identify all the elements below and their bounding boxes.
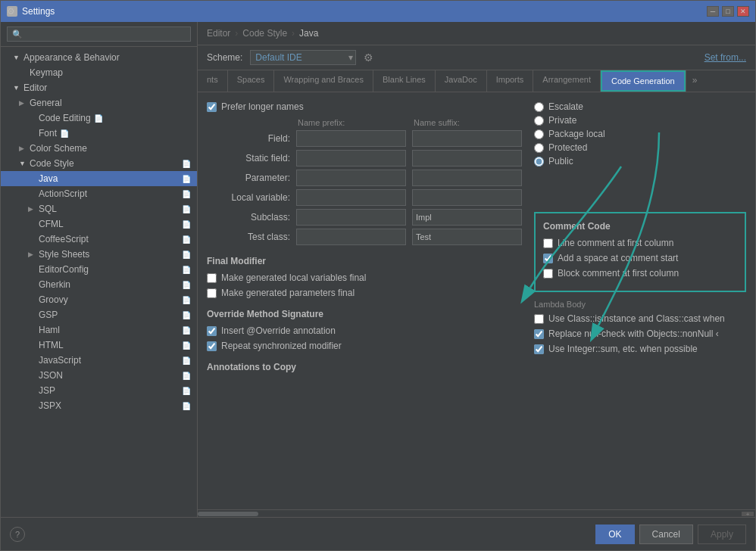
sidebar-item-gherkin[interactable]: Gherkin 📄 xyxy=(1,277,197,292)
use-class-isinstance-checkbox[interactable] xyxy=(534,314,544,324)
sidebar-item-html[interactable]: HTML 📄 xyxy=(1,338,197,353)
add-space-comment-row: Add a space at comment start xyxy=(543,253,737,263)
tab-javadoc[interactable]: JavaDoc xyxy=(436,70,487,92)
sidebar-item-editor[interactable]: ▼ Editor xyxy=(1,80,197,95)
sidebar-item-font[interactable]: Font 📄 xyxy=(1,126,197,141)
public-radio[interactable] xyxy=(534,157,544,167)
tab-imports[interactable]: Imports xyxy=(487,70,534,92)
sidebar-item-groovy[interactable]: Groovy 📄 xyxy=(1,292,197,307)
sidebar-item-style-sheets[interactable]: ▶ Style Sheets 📄 xyxy=(1,247,197,262)
use-integer-sum-checkbox[interactable] xyxy=(534,344,544,354)
protected-radio[interactable] xyxy=(534,143,544,153)
ok-button[interactable]: OK xyxy=(595,525,634,544)
sidebar-item-java[interactable]: Java 📄 xyxy=(1,171,197,186)
add-space-comment-checkbox[interactable] xyxy=(543,254,553,263)
prefer-longer-names-checkbox[interactable] xyxy=(207,102,217,112)
sidebar-item-color-scheme[interactable]: ▶ Color Scheme xyxy=(1,141,197,156)
arrow-icon: ▼ xyxy=(19,160,27,167)
tab-blank-lines[interactable]: Blank Lines xyxy=(373,70,436,92)
sidebar-item-editorconfig[interactable]: EditorConfig 📄 xyxy=(1,262,197,277)
tab-wrapping[interactable]: Wrapping and Braces xyxy=(274,70,373,92)
sidebar-item-json[interactable]: JSON 📄 xyxy=(1,368,197,383)
make-params-final-row: Make generated parameters final xyxy=(207,288,522,298)
sidebar-item-keymap[interactable]: Keymap xyxy=(1,65,197,80)
local-variable-suffix-input[interactable] xyxy=(412,189,522,206)
sidebar-item-gsp[interactable]: GSP 📄 xyxy=(1,307,197,322)
set-from-link[interactable]: Set from... xyxy=(704,52,746,63)
file-icon: 📄 xyxy=(182,341,191,350)
right-panel: Editor › Code Style › Java Scheme: Defau… xyxy=(198,22,755,517)
minimize-button[interactable]: ─ xyxy=(707,6,719,17)
static-field-suffix-input[interactable] xyxy=(412,150,522,167)
sidebar-item-label: CFML xyxy=(39,219,64,229)
sidebar-item-label: Appearance & Behavior xyxy=(23,52,120,63)
test-class-suffix-input[interactable] xyxy=(412,229,522,245)
field-prefix-input[interactable] xyxy=(296,130,406,147)
test-class-prefix-input[interactable] xyxy=(296,229,406,245)
field-label: Field: xyxy=(207,133,290,144)
sidebar-item-cfml[interactable]: CFML 📄 xyxy=(1,216,197,232)
repeat-synchronized-checkbox[interactable] xyxy=(207,341,217,351)
sidebar-item-label: CoffeeScript xyxy=(39,234,89,244)
scroll-right-button[interactable]: + xyxy=(742,512,754,516)
sidebar-item-jspx[interactable]: JSPX 📄 xyxy=(1,398,197,413)
sidebar-item-label: SQL xyxy=(39,204,57,214)
breadcrumb-java: Java xyxy=(299,28,318,39)
public-label: Public xyxy=(548,156,573,167)
tab-code-generation[interactable]: Code Generation xyxy=(601,70,686,92)
window-controls: ─ □ ✕ xyxy=(707,6,749,17)
make-params-final-checkbox[interactable] xyxy=(207,288,217,298)
private-radio[interactable] xyxy=(534,116,544,126)
scheme-gear-icon[interactable]: ⚙ xyxy=(364,51,373,64)
file-icon: 📄 xyxy=(182,387,191,395)
subclass-prefix-input[interactable] xyxy=(296,209,406,226)
insert-override-checkbox[interactable] xyxy=(207,326,217,336)
sidebar-item-coffeescript[interactable]: CoffeeScript 📄 xyxy=(1,232,197,247)
replace-null-check-checkbox[interactable] xyxy=(534,329,544,339)
apply-button[interactable]: Apply xyxy=(698,525,746,544)
sidebar-item-label: Groovy xyxy=(39,294,68,305)
file-icon: 📄 xyxy=(182,160,191,168)
block-comment-first-col-checkbox[interactable] xyxy=(543,269,553,279)
protected-label: Protected xyxy=(548,142,587,153)
static-field-prefix-input[interactable] xyxy=(296,150,406,167)
file-icon: 📄 xyxy=(182,175,191,183)
line-comment-first-col-checkbox[interactable] xyxy=(543,238,553,248)
sidebar-item-label: Haml xyxy=(39,325,60,335)
sidebar-item-general[interactable]: ▶ General xyxy=(1,95,197,111)
parameter-suffix-input[interactable] xyxy=(412,170,522,186)
sidebar-item-jsp[interactable]: JSP 📄 xyxy=(1,383,197,398)
tab-nts[interactable]: nts xyxy=(198,70,228,92)
package-local-radio[interactable] xyxy=(534,129,544,139)
maximize-button[interactable]: □ xyxy=(722,6,734,17)
sidebar-item-code-editing[interactable]: Code Editing 📄 xyxy=(1,111,197,126)
tab-spaces[interactable]: Spaces xyxy=(228,70,275,92)
scheme-select[interactable]: Default IDE xyxy=(250,50,356,65)
subclass-suffix-input[interactable] xyxy=(412,209,522,226)
sidebar-item-code-style[interactable]: ▼ Code Style 📄 xyxy=(1,156,197,171)
sidebar-item-haml[interactable]: Haml 📄 xyxy=(1,322,197,338)
field-suffix-input[interactable] xyxy=(412,130,522,147)
sidebar-item-javascript[interactable]: JavaScript 📄 xyxy=(1,353,197,368)
file-icon: 📄 xyxy=(182,372,191,380)
sidebar-item-appearance[interactable]: ▼ Appearance & Behavior xyxy=(1,50,197,65)
sidebar-item-label: Code Style xyxy=(30,158,74,169)
sidebar-item-actionscript[interactable]: ActionScript 📄 xyxy=(1,186,197,201)
sidebar-item-label: Keymap xyxy=(30,67,63,78)
sidebar: ▼ Appearance & Behavior Keymap ▼ Editor … xyxy=(1,22,198,517)
search-input[interactable] xyxy=(7,26,191,42)
tab-arrangement[interactable]: Arrangement xyxy=(533,70,601,92)
tabs-more-button[interactable]: » xyxy=(686,70,704,92)
escalate-radio[interactable] xyxy=(534,102,544,112)
scrollbar-thumb[interactable] xyxy=(198,512,258,516)
help-button[interactable]: ? xyxy=(10,527,25,542)
sidebar-item-label: Code Editing xyxy=(39,113,91,123)
local-variable-prefix-input[interactable] xyxy=(296,189,406,206)
sidebar-item-label: EditorConfig xyxy=(39,264,89,275)
make-local-final-checkbox[interactable] xyxy=(207,273,217,283)
horizontal-scrollbar[interactable]: + xyxy=(198,509,755,517)
sidebar-item-sql[interactable]: ▶ SQL 📄 xyxy=(1,201,197,216)
cancel-button[interactable]: Cancel xyxy=(639,525,693,544)
parameter-prefix-input[interactable] xyxy=(296,170,406,186)
close-button[interactable]: ✕ xyxy=(737,6,749,17)
